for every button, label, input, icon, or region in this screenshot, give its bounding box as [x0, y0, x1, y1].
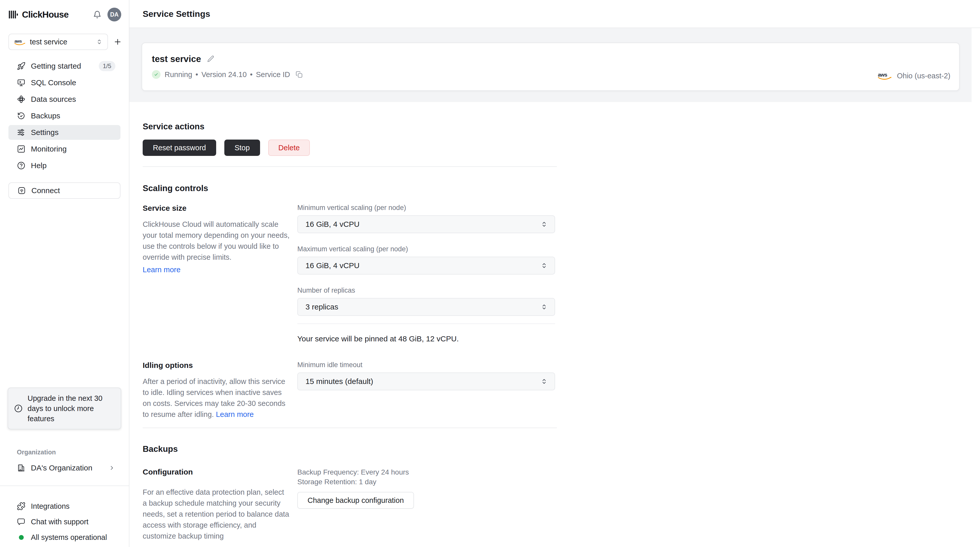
- service-id-label: Service ID: [256, 70, 290, 79]
- add-service-button[interactable]: [111, 34, 124, 49]
- sidebar-header: ClickHouse DA: [0, 0, 129, 22]
- chart-icon: [17, 145, 25, 153]
- region-label: Ohio (us-east-2): [897, 72, 950, 80]
- status-label: Running: [165, 70, 192, 79]
- chevron-updown-icon: [540, 220, 548, 228]
- brand-name: ClickHouse: [22, 10, 68, 20]
- service-size-description: Service size ClickHouse Cloud will autom…: [143, 204, 290, 343]
- max-scaling-select[interactable]: 16 GiB, 4 vCPU: [298, 257, 555, 275]
- copy-icon[interactable]: [295, 71, 303, 78]
- sidebar-item-label: Settings: [31, 128, 59, 137]
- service-selector[interactable]: aws test service: [8, 34, 108, 50]
- sidebar-nav: Getting started 1/5 SQL Console Data sou…: [0, 59, 129, 175]
- service-actions-title: Service actions: [143, 121, 980, 132]
- sidebar-item-label: Backups: [31, 111, 60, 120]
- backup-config-text: For an effective data protection plan, s…: [143, 487, 290, 542]
- aws-logo: aws: [14, 38, 26, 46]
- idling-learn-more-link[interactable]: Learn more: [216, 410, 254, 418]
- user-avatar[interactable]: DA: [107, 8, 121, 21]
- pinned-note: Your service will be pinned at 48 GiB, 1…: [298, 334, 555, 343]
- replicas-select[interactable]: 3 replicas: [298, 298, 555, 316]
- service-selector-row: aws test service: [8, 34, 124, 50]
- service-size-row: Service size ClickHouse Cloud will autom…: [143, 204, 980, 343]
- help-icon: [17, 161, 25, 170]
- notifications-bell-icon[interactable]: [93, 10, 102, 19]
- orbit-icon: [17, 95, 25, 103]
- sidebar-item-help[interactable]: Help: [8, 158, 121, 173]
- scaling-fields: Minimum vertical scaling (per node) 16 G…: [298, 204, 555, 343]
- service-size-title: Service size: [143, 204, 290, 213]
- main-area: Service Settings test service Running • …: [129, 0, 980, 547]
- sidebar-item-settings[interactable]: Settings: [8, 125, 121, 140]
- max-scaling-label: Maximum vertical scaling (per node): [298, 245, 555, 253]
- settings-content: Service actions Reset password Stop Dele…: [129, 102, 980, 542]
- change-backup-config-button[interactable]: Change backup configuration: [298, 492, 414, 509]
- sidebar-item-sql-console[interactable]: SQL Console: [8, 75, 121, 90]
- idle-timeout-select[interactable]: 15 minutes (default): [298, 372, 555, 390]
- delete-button[interactable]: Delete: [268, 140, 310, 156]
- page-title: Service Settings: [143, 9, 210, 19]
- service-size-learn-more-link[interactable]: Learn more: [143, 264, 180, 275]
- reset-password-button[interactable]: Reset password: [143, 140, 216, 156]
- service-card: test service Running • Version 24.10 • S…: [142, 43, 959, 91]
- sidebar-item-integrations[interactable]: Integrations: [8, 499, 121, 514]
- organization-name: DA's Organization: [31, 464, 92, 472]
- system-status[interactable]: All systems operational: [8, 530, 121, 545]
- section-divider: [143, 428, 557, 428]
- field-divider: [298, 323, 555, 324]
- replicas-value: 3 replicas: [305, 302, 338, 311]
- page-header: Service Settings: [129, 0, 980, 28]
- service-status-row: Running • Version 24.10 • Service ID: [152, 70, 950, 79]
- backup-frequency: Backup Frequency: Every 24 hours: [298, 467, 555, 477]
- rocket-icon: [17, 62, 25, 70]
- organization-switcher[interactable]: DA's Organization: [8, 461, 121, 475]
- status-check-icon: [152, 70, 161, 79]
- sidebar-item-label: Getting started: [31, 62, 81, 70]
- service-card-band: test service Running • Version 24.10 • S…: [129, 28, 972, 102]
- clickhouse-logo-icon: [9, 10, 18, 19]
- idling-options-row: Idling options After a period of inactiv…: [143, 361, 980, 420]
- idling-text: After a period of inactivity, allow this…: [143, 376, 290, 420]
- organization-section-label: Organization: [17, 448, 129, 456]
- sidebar-item-monitoring[interactable]: Monitoring: [8, 142, 121, 156]
- min-scaling-select[interactable]: 16 GiB, 4 vCPU: [298, 215, 555, 233]
- connect-label: Connect: [32, 186, 60, 195]
- sidebar-item-label: Data sources: [31, 95, 76, 103]
- sidebar-item-data-sources[interactable]: Data sources: [8, 92, 121, 107]
- puzzle-icon: [17, 502, 25, 510]
- chevron-updown-icon: [96, 38, 103, 45]
- footer-item-label: Integrations: [31, 502, 70, 510]
- upgrade-text: Upgrade in the next 30 days to unlock mo…: [27, 393, 115, 424]
- sidebar-item-chat-support[interactable]: Chat with support: [8, 514, 121, 529]
- console-icon: [17, 78, 25, 87]
- sidebar-item-getting-started[interactable]: Getting started 1/5: [8, 59, 121, 73]
- service-name: test service: [152, 54, 201, 64]
- min-scaling-label: Minimum vertical scaling (per node): [298, 204, 555, 212]
- idle-timeout-label: Minimum idle timeout: [298, 361, 555, 369]
- status-dot-icon: [17, 533, 25, 542]
- clickhouse-app: ClickHouse DA aws test service: [0, 0, 980, 547]
- separator: •: [196, 70, 198, 79]
- backup-config-fields: Backup Frequency: Every 24 hours Storage…: [298, 467, 555, 542]
- backups-title: Backups: [143, 444, 980, 454]
- configuration-title: Configuration: [143, 467, 290, 477]
- sidebar-divider: [0, 485, 129, 486]
- selected-service-name: test service: [30, 38, 67, 46]
- svg-text:aws: aws: [14, 38, 22, 43]
- stop-button[interactable]: Stop: [224, 140, 260, 156]
- connect-button[interactable]: Connect: [8, 183, 121, 199]
- building-icon: [17, 464, 25, 472]
- system-status-label: All systems operational: [31, 533, 107, 542]
- avatar-initials: DA: [110, 11, 118, 18]
- progress-badge: 1/5: [99, 61, 115, 71]
- edit-pencil-icon[interactable]: [207, 55, 215, 63]
- plus-icon: [113, 38, 122, 46]
- sliders-icon: [17, 128, 25, 137]
- sidebar-item-backups[interactable]: Backups: [8, 108, 121, 123]
- aws-logo: aws: [877, 71, 892, 80]
- chat-bubble-icon: [17, 517, 25, 526]
- version-label: Version 24.10: [201, 70, 247, 79]
- idling-description: Idling options After a period of inactiv…: [143, 361, 290, 420]
- sidebar-footer: Integrations Chat with support All syste…: [0, 499, 129, 547]
- upgrade-notice[interactable]: Upgrade in the next 30 days to unlock mo…: [8, 388, 121, 429]
